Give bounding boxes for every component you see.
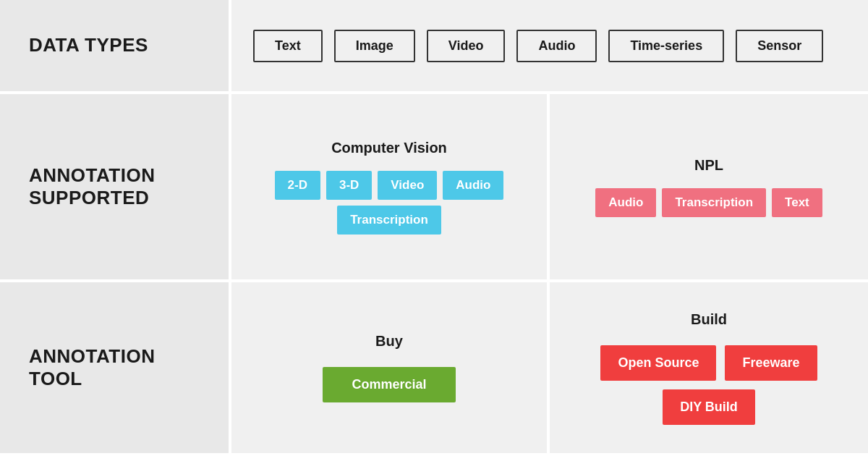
tag-text[interactable]: Text <box>253 30 323 62</box>
cv-tag-video[interactable]: Video <box>378 171 437 200</box>
build-tag-opensource[interactable]: Open Source <box>600 345 716 381</box>
buy-title: Buy <box>375 333 403 350</box>
tag-image[interactable]: Image <box>334 30 415 62</box>
annotation-supported-label-cell: ANNOTATION SUPPORTED <box>0 94 231 282</box>
data-types-content: Text Image Video Audio Time-series Senso… <box>231 0 868 94</box>
npl-tag-transcription[interactable]: Transcription <box>662 188 766 217</box>
annotation-supported-content: Computer Vision 2-D 3-D Video Audio Tran… <box>231 94 868 282</box>
annotation-tool-heading: ANNOTATION TOOL <box>29 345 200 390</box>
build-col: Build Open Source Freeware DIY Build <box>550 282 868 453</box>
npl-title: NPL <box>694 157 723 174</box>
build-tags: Open Source Freeware DIY Build <box>564 345 854 425</box>
npl-tag-text[interactable]: Text <box>772 188 822 217</box>
tag-video[interactable]: Video <box>427 30 506 62</box>
annotation-tool-label-cell: ANNOTATION TOOL <box>0 282 231 456</box>
buy-commercial-tag[interactable]: Commercial <box>323 367 455 402</box>
data-types-heading: DATA TYPES <box>29 34 148 56</box>
cv-tag-transcription[interactable]: Transcription <box>337 206 441 235</box>
tag-sensor[interactable]: Sensor <box>736 30 823 62</box>
computer-vision-col: Computer Vision 2-D 3-D Video Audio Tran… <box>231 94 550 279</box>
cv-tag-2d[interactable]: 2-D <box>275 171 320 200</box>
annotation-supported-heading: ANNOTATION SUPPORTED <box>29 164 200 209</box>
cv-tag-audio[interactable]: Audio <box>443 171 503 200</box>
annotation-tool-content: Buy Commercial Build Open Source Freewar… <box>231 282 868 456</box>
build-tag-diybuild[interactable]: DIY Build <box>663 389 755 425</box>
cv-tag-3d[interactable]: 3-D <box>326 171 372 200</box>
data-types-label-cell: DATA TYPES <box>0 0 231 94</box>
tag-audio[interactable]: Audio <box>516 30 597 62</box>
buy-col: Buy Commercial <box>231 282 550 453</box>
main-grid: DATA TYPES Text Image Video Audio Time-s… <box>0 0 868 456</box>
npl-tags: Audio Transcription Text <box>595 188 822 217</box>
build-tag-freeware[interactable]: Freeware <box>725 345 817 381</box>
build-title: Build <box>691 311 727 328</box>
computer-vision-tags: 2-D 3-D Video Audio Transcription <box>246 171 532 235</box>
tag-timeseries[interactable]: Time-series <box>608 30 724 62</box>
npl-col: NPL Audio Transcription Text <box>550 94 868 279</box>
computer-vision-title: Computer Vision <box>331 140 447 156</box>
npl-tag-audio[interactable]: Audio <box>595 188 656 217</box>
